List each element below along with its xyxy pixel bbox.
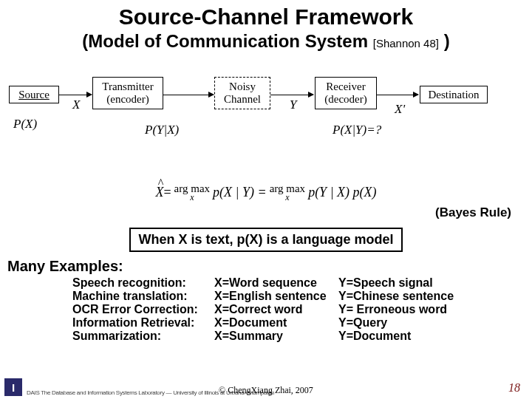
noisy-label-2: Channel: [215, 93, 270, 106]
term-likelihood-prior: p(Y | X) p(X): [308, 185, 376, 200]
transmitter-label-2: (encoder): [93, 93, 163, 106]
receiver-label-1: Receiver: [316, 81, 376, 93]
arrow-icon: [59, 95, 92, 95]
examples-heading: Many Examples:: [7, 258, 525, 275]
example-cell: Y=Query: [338, 316, 387, 330]
example-cell: Information Retrieval:: [72, 316, 214, 330]
example-row: Speech recognition:X=Word sequenceY=Spee…: [72, 276, 525, 290]
argmax: arg max x: [270, 183, 305, 202]
subtitle-suffix: ): [439, 31, 450, 51]
example-row: Information Retrieval:X=DocumentY=Query: [72, 316, 525, 330]
receiver-label-2: (decoder): [316, 93, 376, 106]
example-row: OCR Error Correction:X=Correct wordY= Er…: [72, 303, 525, 316]
page-number: 18: [508, 381, 520, 395]
example-cell: X=Document: [214, 316, 338, 330]
examples-table: Speech recognition:X=Word sequenceY=Spee…: [72, 276, 525, 343]
receiver-node: Receiver (decoder): [315, 77, 377, 109]
example-cell: X=English sentence: [214, 290, 338, 303]
argmax: arg max x: [174, 183, 210, 202]
term-posterior: p(X | Y) =: [213, 185, 267, 200]
example-row: Summarization:X=SummaryY=Document: [72, 330, 525, 343]
example-cell: X=Correct word: [214, 303, 338, 316]
noisy-channel-node: Noisy Channel: [214, 77, 270, 109]
bayes-rule-label: (Bayes Rule): [0, 205, 532, 220]
arrow-icon: [270, 95, 313, 95]
citation: [Shannon 48]: [373, 37, 439, 50]
bayes-formula: X = arg max x p(X | Y) = arg max x p(Y |…: [0, 183, 532, 202]
label-p-x-given-y: P(X|Y)=?: [332, 123, 381, 137]
example-cell: Summarization:: [72, 330, 214, 343]
example-cell: Y=Chinese sentence: [338, 290, 454, 303]
slide-footer: I DAIS The Database and Information Syst…: [0, 378, 532, 396]
label-y: Y: [290, 98, 296, 112]
highlight-box: When X is text, p(X) is a language model: [129, 228, 402, 252]
example-cell: Y=Document: [338, 330, 411, 343]
destination-node: Destination: [420, 86, 488, 103]
block-diagram: Source Transmitter (encoder) Noisy Chann…: [0, 72, 532, 183]
x-hat: X: [155, 185, 163, 200]
source-node: Source: [9, 86, 59, 103]
label-p-x: P(X): [13, 117, 37, 132]
example-cell: Speech recognition:: [72, 276, 214, 290]
copyright: © ChengXiang Zhai, 2007: [0, 385, 532, 396]
example-cell: X=Summary: [214, 330, 338, 343]
argmax-sub: x: [285, 194, 289, 202]
transmitter-node: Transmitter (encoder): [92, 77, 163, 109]
noisy-label-1: Noisy: [215, 81, 270, 93]
subtitle-prefix: (Model of Communication System: [82, 31, 372, 51]
example-cell: Y= Erroneous word: [338, 303, 447, 316]
arrow-icon: [163, 95, 214, 95]
transmitter-label-1: Transmitter: [93, 81, 163, 93]
example-cell: Machine translation:: [72, 290, 214, 303]
arrow-icon: [377, 95, 418, 95]
label-x: X: [72, 98, 80, 112]
label-xprime: X': [395, 102, 405, 117]
argmax-sub: x: [190, 194, 194, 202]
label-p-y-given-x: P(Y|X): [145, 123, 179, 137]
slide-title: Source-Channel Framework: [0, 4, 532, 30]
equals: =: [163, 185, 171, 200]
example-cell: X=Word sequence: [214, 276, 338, 290]
example-cell: Y=Speech signal: [338, 276, 433, 290]
example-row: Machine translation:X=English sentenceY=…: [72, 290, 525, 303]
slide-subtitle: (Model of Communication System [Shannon …: [0, 31, 532, 52]
example-cell: OCR Error Correction:: [72, 303, 214, 316]
